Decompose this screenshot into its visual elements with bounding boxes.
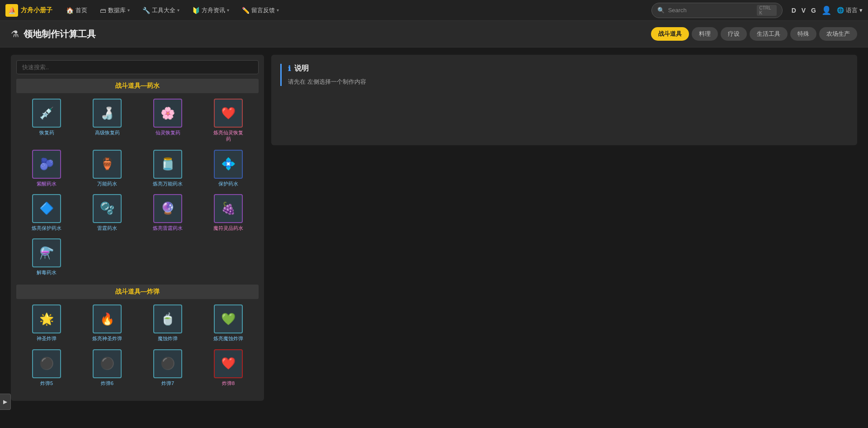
purple-potion-icon: 🫐: [32, 150, 61, 179]
tab-special[interactable]: 特殊: [790, 27, 816, 41]
page-header: ⚗ 领地制作计算工具 战斗道具 料理 疗设 生活工具 特殊 农场生产: [0, 21, 868, 48]
chevron-down-icon: ▾: [127, 8, 130, 13]
info-description: 请先在 左侧选择一个制作内容: [288, 78, 848, 86]
right-panel: ℹ 说明 请先在 左侧选择一个制作内容: [271, 55, 857, 145]
sidebar-toggle[interactable]: ▶: [0, 394, 11, 410]
feedback-icon: ✏️: [242, 7, 250, 14]
bomb7-icon: ⚫: [153, 349, 182, 378]
craft-magic-bomb-label: 炼亮魔蚀炸弹: [213, 335, 243, 342]
restore-label: 恢复药: [39, 129, 54, 136]
bomb5-icon: ⚫: [32, 349, 61, 378]
tools-icon: 🔧: [142, 7, 150, 14]
item-all-potion[interactable]: 🏺 万能药水: [79, 148, 136, 189]
holy-bomb-icon: 🌟: [32, 304, 61, 333]
user-icon[interactable]: 👤: [821, 5, 831, 15]
logo-text: 方舟小册子: [21, 6, 52, 14]
item-magic-potion[interactable]: 🍇 魔符灵品药水: [200, 192, 257, 233]
item-antidote[interactable]: ⚗️ 解毒药水: [18, 237, 75, 277]
nav-feedback[interactable]: ✏️ 留言反馈 ▾: [236, 4, 284, 17]
logo[interactable]: ⛵ 方舟小册子: [5, 4, 55, 17]
antidote-icon: ⚗️: [32, 238, 61, 267]
item-holy-bomb[interactable]: 🌟 神圣炸弹: [18, 303, 75, 343]
item-craft-thunder[interactable]: 🔮 炼亮雷霆药水: [139, 192, 196, 233]
potions-header: 战斗道具—药水: [16, 79, 259, 93]
bomb6-icon: ⚫: [93, 349, 122, 378]
item-bomb5[interactable]: ⚫ 炸弹5: [18, 347, 75, 388]
item-craft-all[interactable]: 🫙 炼亮万能药水: [139, 148, 196, 189]
item-fairy-restore[interactable]: 🌸 仙灵恢复药: [139, 97, 196, 144]
protect-potion-icon: 💠: [214, 150, 243, 179]
item-craft-restore[interactable]: ❤️ 炼亮仙灵恢复药: [200, 97, 257, 144]
nav-news[interactable]: 🔰 方舟资讯 ▾: [187, 4, 235, 17]
item-craft-holy-bomb[interactable]: 🔥 炼亮神圣炸弹: [79, 303, 136, 343]
tab-life-tools[interactable]: 生活工具: [750, 27, 788, 41]
d-button[interactable]: D: [792, 7, 796, 14]
craft-thunder-icon: 🔮: [153, 194, 182, 223]
craft-restore-label: 炼亮仙灵恢复药: [212, 129, 245, 143]
item-protect-potion[interactable]: 💠 保护药水: [200, 148, 257, 189]
craft-all-label: 炼亮万能药水: [153, 181, 183, 187]
tab-combat[interactable]: 战斗道具: [651, 27, 689, 41]
chevron-down-icon: ▾: [277, 8, 279, 13]
bomb7-label: 炸弹7: [161, 380, 174, 386]
craft-restore-icon: ❤️: [214, 99, 243, 128]
bomb5-label: 炸弹5: [40, 380, 53, 386]
holy-bomb-label: 神圣炸弹: [37, 335, 57, 342]
craft-magic-bomb-icon: 💚: [214, 304, 243, 333]
item-high-restore[interactable]: 🍶 高级恢复药: [79, 97, 136, 144]
potions-grid: 💉 恢复药 🍶 高级恢复药 🌸 仙灵恢复药: [16, 97, 259, 281]
high-restore-label: 高级恢复药: [95, 129, 120, 136]
search-input[interactable]: [668, 7, 754, 14]
magic-bomb-label: 魔蚀炸弹: [158, 335, 178, 342]
chevron-down-icon: ▾: [227, 8, 229, 13]
info-box: ℹ 说明 请先在 左侧选择一个制作内容: [280, 64, 848, 86]
tab-medicine[interactable]: 疗设: [721, 27, 747, 41]
main-content: 战斗道具—药水 💉 恢复药 🍶 高级恢复药: [0, 48, 868, 408]
item-craft-protect[interactable]: 🔷 炼亮保护药水: [18, 192, 75, 233]
item-bomb8[interactable]: ❤️ 炸弹8: [200, 347, 257, 388]
tab-cooking[interactable]: 料理: [692, 27, 718, 41]
tab-farm[interactable]: 农场生产: [819, 27, 857, 41]
page-title-area: ⚗ 领地制作计算工具: [11, 28, 96, 40]
restore-icon: 💉: [32, 99, 61, 128]
item-thunder-potion[interactable]: 🫧 雷霆药水: [79, 192, 136, 233]
scroll-area[interactable]: 战斗道具—药水 💉 恢复药 🍶 高级恢复药: [16, 79, 259, 395]
nav-database[interactable]: 🗃 数据库 ▾: [94, 4, 135, 17]
nav-database-label: 数据库: [108, 6, 126, 14]
info-title: ℹ 说明: [288, 64, 848, 73]
item-bomb7[interactable]: ⚫ 炸弹7: [139, 347, 196, 388]
logo-icon: ⛵: [5, 4, 18, 17]
item-craft-magic-bomb[interactable]: 💚 炼亮魔蚀炸弹: [200, 303, 257, 343]
nav-tools[interactable]: 🔧 工具大全 ▾: [137, 4, 185, 17]
item-restore[interactable]: 💉 恢复药: [18, 97, 75, 144]
bomb6-label: 炸弹6: [101, 380, 113, 386]
craft-all-icon: 🫙: [153, 150, 182, 179]
top-navigation: ⛵ 方舟小册子 🏠 首页 🗃 数据库 ▾ 🔧 工具大全 ▾ 🔰 方舟资讯 ▾ ✏…: [0, 0, 868, 21]
quick-search-input[interactable]: [16, 60, 259, 74]
nav-home-label: 首页: [75, 6, 87, 14]
item-purple-potion[interactable]: 🫐 紫醒药水: [18, 148, 75, 189]
nav-home[interactable]: 🏠 首页: [61, 4, 93, 17]
item-bomb6[interactable]: ⚫ 炸弹6: [79, 347, 136, 388]
database-icon: 🗃: [100, 7, 106, 14]
chevron-down-icon: ▾: [177, 8, 179, 13]
v-button[interactable]: V: [802, 7, 806, 14]
bomb8-icon: ❤️: [214, 349, 243, 378]
search-box[interactable]: 🔍 CTRL K: [651, 3, 783, 18]
g-button[interactable]: G: [811, 7, 816, 14]
thunder-potion-label: 雷霆药水: [97, 225, 117, 231]
language-button[interactable]: 🌐 语言 ▾: [837, 6, 863, 14]
craft-thunder-label: 炼亮雷霆药水: [153, 225, 183, 231]
news-icon: 🔰: [192, 7, 200, 14]
search-icon: 🔍: [657, 7, 665, 14]
item-magic-bomb[interactable]: 🍵 魔蚀炸弹: [139, 303, 196, 343]
bombs-header: 战斗道具—炸弹: [16, 285, 259, 299]
chevron-down-icon: ▾: [859, 7, 863, 14]
purple-potion-label: 紫醒药水: [37, 181, 57, 187]
craft-protect-icon: 🔷: [32, 194, 61, 223]
craft-protect-label: 炼亮保护药水: [32, 225, 61, 231]
tab-buttons: 战斗道具 料理 疗设 生活工具 特殊 农场生产: [651, 27, 857, 41]
fairy-restore-label: 仙灵恢复药: [156, 129, 180, 136]
nav-feedback-label: 留言反馈: [251, 6, 275, 14]
home-icon: 🏠: [66, 7, 74, 14]
